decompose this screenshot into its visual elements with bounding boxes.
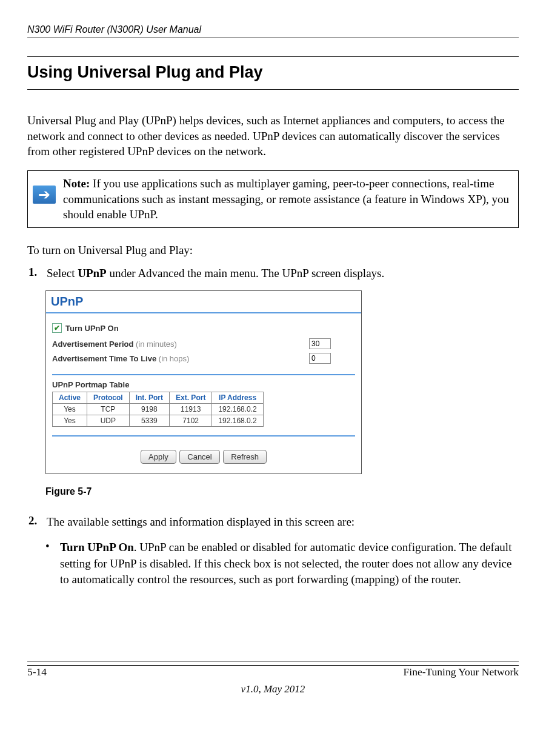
col-ext-port: Ext. Port <box>170 392 212 404</box>
figure-screenshot: UPnP ✔ Turn UPnP On Advertisement Period… <box>45 290 519 474</box>
cell-protocol: TCP <box>87 404 130 415</box>
instructions-lead: To turn on Universal Plug and Play: <box>27 244 519 257</box>
cell-protocol: UDP <box>87 415 130 427</box>
step-number: 1. <box>27 266 47 281</box>
step-1: 1. Select UPnP under Advanced the main m… <box>27 266 519 281</box>
footer-version: v1.0, May 2012 <box>27 683 519 695</box>
step1-pre: Select <box>47 267 78 279</box>
button-row: Apply Cancel Refresh <box>52 441 355 467</box>
cell-active: Yes <box>53 415 87 427</box>
table-row: Yes TCP 9198 11913 192.168.0.2 <box>53 404 264 415</box>
portmap-table: Active Protocol Int. Port Ext. Port IP A… <box>52 392 264 427</box>
col-protocol: Protocol <box>87 392 130 404</box>
advertisement-ttl-row: Advertisement Time To Live (in hops) <box>52 351 331 366</box>
note-icon-cell: ➔ <box>28 171 61 209</box>
intro-paragraph: Universal Plug and Play (UPnP) helps dev… <box>27 113 519 159</box>
footer-page-number: 5-14 <box>27 666 47 678</box>
cell-ip: 192.168.0.2 <box>212 404 263 415</box>
step-2: 2. The available settings and informatio… <box>27 514 519 530</box>
cell-ext-port: 7102 <box>170 415 212 427</box>
turn-upnp-on-row: ✔ Turn UPnP On <box>52 323 355 333</box>
note-box: ➔ Note: If you use applications such as … <box>27 170 519 228</box>
bullet-turn-upnp-on: • Turn UPnP On. UPnP can be enabled or d… <box>45 540 519 588</box>
col-active: Active <box>53 392 87 404</box>
router-upnp-panel: UPnP ✔ Turn UPnP On Advertisement Period… <box>45 290 362 474</box>
col-ip-address: IP Address <box>212 392 263 404</box>
adv-period-label: Advertisement Period <box>52 340 133 349</box>
arrow-icon: ➔ <box>33 186 56 204</box>
portmap-heading: UPnP Portmap Table <box>52 380 355 389</box>
note-text: Note: If you use applications such as mu… <box>61 171 518 227</box>
adv-period-units: (in minutes) <box>133 340 177 349</box>
bullet-body: Turn UPnP On. UPnP can be enabled or dis… <box>60 540 519 588</box>
table-row: Yes UDP 5339 7102 192.168.0.2 <box>53 415 264 427</box>
document-header: N300 WiFi Router (N300R) User Manual <box>27 24 519 38</box>
advertisement-period-row: Advertisement Period (in minutes) <box>52 336 331 351</box>
cell-ip: 192.168.0.2 <box>212 415 263 427</box>
turn-upnp-on-checkbox[interactable]: ✔ <box>52 323 62 333</box>
figure-caption: Figure 5-7 <box>45 486 519 497</box>
table-header-row: Active Protocol Int. Port Ext. Port IP A… <box>53 392 264 404</box>
cell-ext-port: 11913 <box>170 404 212 415</box>
separator <box>52 435 355 437</box>
cell-active: Yes <box>53 404 87 415</box>
advertisement-period-input[interactable] <box>309 338 331 349</box>
turn-upnp-on-label: Turn UPnP On <box>65 324 119 333</box>
step-number: 2. <box>27 514 47 530</box>
separator <box>52 374 355 375</box>
cell-int-port: 9198 <box>129 404 169 415</box>
adv-ttl-units: (in hops) <box>156 354 189 363</box>
step1-bold: UPnP <box>78 267 107 279</box>
apply-button[interactable]: Apply <box>141 450 176 464</box>
step-body: Select UPnP under Advanced the main menu… <box>47 266 519 281</box>
page-footer: 5-14 Fine-Tuning Your Network v1.0, May … <box>27 661 519 695</box>
footer-section-name: Fine-Tuning Your Network <box>404 666 519 678</box>
step1-post: under Advanced the main menu. The UPnP s… <box>107 267 385 279</box>
advertisement-ttl-input[interactable] <box>309 353 331 364</box>
cell-int-port: 5339 <box>129 415 169 427</box>
note-body: If you use applications such as multipla… <box>63 177 509 221</box>
arrow-glyph: ➔ <box>38 187 50 202</box>
title-underline <box>46 312 361 313</box>
refresh-button[interactable]: Refresh <box>223 450 267 464</box>
step-body: The available settings and information d… <box>47 514 519 530</box>
adv-ttl-label: Advertisement Time To Live <box>52 354 156 363</box>
bullet-marker: • <box>45 540 60 588</box>
note-label: Note: <box>63 177 90 190</box>
col-int-port: Int. Port <box>129 392 169 404</box>
panel-title: UPnP <box>46 291 361 311</box>
section-title: Using Universal Plug and Play <box>27 56 519 90</box>
cancel-button[interactable]: Cancel <box>179 450 219 464</box>
bullet-bold: Turn UPnP On <box>60 541 134 554</box>
